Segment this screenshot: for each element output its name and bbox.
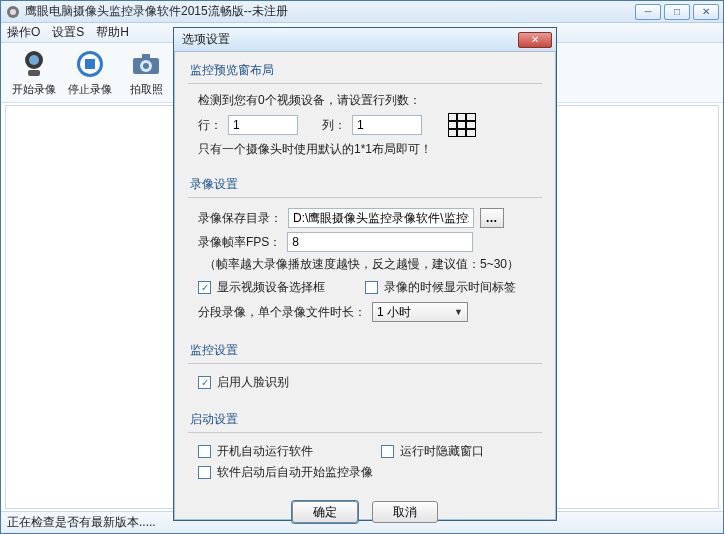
cols-input[interactable] <box>352 115 422 135</box>
status-text: 正在检查是否有最新版本..... <box>7 514 156 531</box>
maximize-button[interactable]: □ <box>664 4 690 20</box>
segment-value: 1 小时 <box>377 304 411 321</box>
svg-rect-12 <box>448 113 476 137</box>
browse-button[interactable]: … <box>480 208 504 228</box>
grid-icon <box>448 113 476 137</box>
record-legend: 录像设置 <box>190 176 542 193</box>
dir-label: 录像保存目录： <box>198 210 282 227</box>
monitor-legend: 监控设置 <box>190 342 542 359</box>
close-icon: ✕ <box>531 34 539 45</box>
ellipsis-icon: … <box>486 211 499 225</box>
checkbox-hide-window[interactable] <box>381 445 394 458</box>
menu-settings[interactable]: 设置S <box>52 24 84 41</box>
options-dialog: 选项设置 ✕ 监控预览窗布局 检测到您有0个视频设备，请设置行列数： 行： 列： <box>173 27 557 521</box>
main-titlebar: 鹰眼电脑摄像头监控录像软件2015流畅版--未注册 ─ □ ✕ <box>1 1 723 23</box>
window-buttons: ─ □ ✕ <box>635 4 719 20</box>
svg-point-11 <box>143 63 149 69</box>
col-label: 列： <box>322 117 346 134</box>
dialog-title: 选项设置 <box>178 31 518 48</box>
group-monitor: 监控设置 启用人脸识别 <box>188 342 542 403</box>
fps-label: 录像帧率FPS： <box>198 234 281 251</box>
preview-legend: 监控预览窗布局 <box>190 62 542 79</box>
checkbox-show-time-label[interactable] <box>365 281 378 294</box>
group-record: 录像设置 录像保存目录： … 录像帧率FPS： （帧率越大录像播放速度越快，反之… <box>188 176 542 334</box>
cb-autorun-label: 开机自动运行软件 <box>217 443 313 460</box>
chevron-down-icon: ▼ <box>454 307 463 317</box>
preview-detect-text: 检测到您有0个视频设备，请设置行列数： <box>198 92 538 109</box>
camera-icon <box>130 48 162 80</box>
tool-stop-label: 停止录像 <box>68 82 112 97</box>
cb-devsel-label: 显示视频设备选择框 <box>217 279 325 296</box>
main-title: 鹰眼电脑摄像头监控录像软件2015流畅版--未注册 <box>25 3 635 20</box>
webcam-icon <box>18 48 50 80</box>
startup-legend: 启动设置 <box>190 411 542 428</box>
main-window: 鹰眼电脑摄像头监控录像软件2015流畅版--未注册 ─ □ ✕ 操作O 设置S … <box>0 0 724 534</box>
cancel-button[interactable]: 取消 <box>372 501 438 523</box>
svg-rect-4 <box>28 70 40 76</box>
group-preview: 监控预览窗布局 检测到您有0个视频设备，请设置行列数： 行： 列： <box>188 62 542 168</box>
menu-operate[interactable]: 操作O <box>7 24 40 41</box>
fps-note: （帧率越大录像播放速度越快，反之越慢，建议值：5~30） <box>204 256 538 273</box>
cb-face-label: 启用人脸识别 <box>217 374 289 391</box>
tool-stop-record[interactable]: 停止录像 <box>65 48 115 97</box>
save-dir-input[interactable] <box>288 208 474 228</box>
fps-input[interactable] <box>287 232 473 252</box>
segment-duration-select[interactable]: 1 小时 ▼ <box>372 302 468 322</box>
checkbox-auto-record[interactable] <box>198 466 211 479</box>
cb-timelabel-label: 录像的时候显示时间标签 <box>384 279 516 296</box>
checkbox-autorun[interactable] <box>198 445 211 458</box>
dialog-button-row: 确定 取消 <box>188 501 542 523</box>
svg-point-1 <box>10 9 16 15</box>
svg-rect-9 <box>142 54 150 60</box>
minimize-button[interactable]: ─ <box>635 4 661 20</box>
preview-footnote: 只有一个摄像头时使用默认的1*1布局即可！ <box>198 141 538 158</box>
rows-input[interactable] <box>228 115 298 135</box>
tool-take-photo[interactable]: 拍取照 <box>121 48 171 97</box>
menu-help[interactable]: 帮助H <box>96 24 129 41</box>
tool-shot-label: 拍取照 <box>130 82 163 97</box>
svg-rect-7 <box>85 59 95 69</box>
checkbox-show-device-select[interactable] <box>198 281 211 294</box>
dialog-close-button[interactable]: ✕ <box>518 32 552 48</box>
cb-autorecord-label: 软件启动后自动开始监控录像 <box>217 464 373 481</box>
stop-icon <box>74 48 106 80</box>
svg-point-3 <box>29 55 39 65</box>
checkbox-face-recognition[interactable] <box>198 376 211 389</box>
close-button[interactable]: ✕ <box>693 4 719 20</box>
segment-label: 分段录像，单个录像文件时长： <box>198 304 366 321</box>
group-startup: 启动设置 开机自动运行软件 运行时隐藏窗口 软件启动后自动开始监控录像 <box>188 411 542 493</box>
tool-start-label: 开始录像 <box>12 82 56 97</box>
app-icon <box>5 4 21 20</box>
ok-button[interactable]: 确定 <box>292 501 358 523</box>
row-label: 行： <box>198 117 222 134</box>
cb-hide-label: 运行时隐藏窗口 <box>400 443 484 460</box>
dialog-titlebar: 选项设置 ✕ <box>174 28 556 52</box>
dialog-body: 监控预览窗布局 检测到您有0个视频设备，请设置行列数： 行： 列： <box>174 52 556 529</box>
tool-start-record[interactable]: 开始录像 <box>9 48 59 97</box>
